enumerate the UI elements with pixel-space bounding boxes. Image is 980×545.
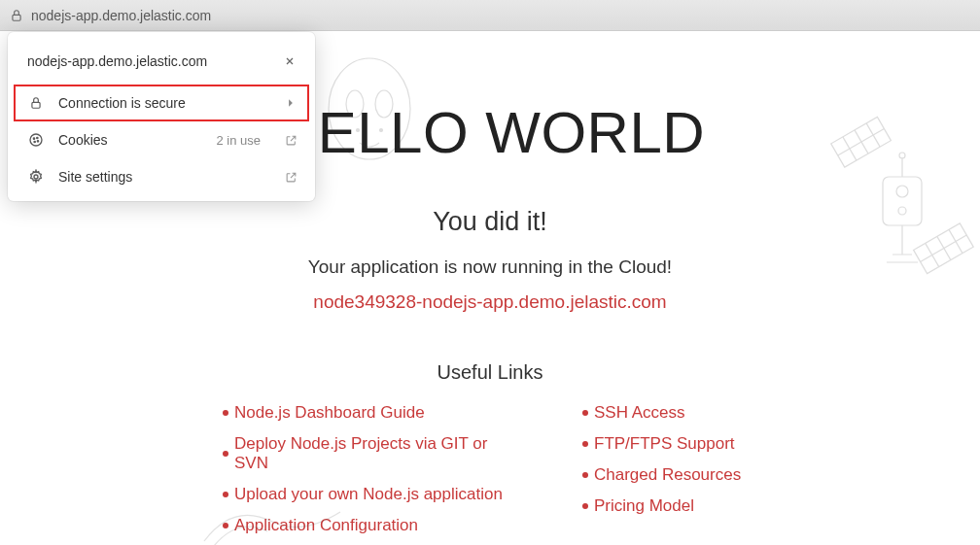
- svg-point-8: [329, 58, 410, 159]
- chevron-right-icon: [282, 94, 299, 112]
- bullet-icon: [223, 451, 228, 457]
- svg-line-18: [843, 137, 857, 160]
- link-charged-resources[interactable]: Charged Resources: [582, 460, 757, 491]
- bullet-icon: [582, 441, 588, 447]
- bullet-icon: [582, 503, 588, 509]
- site-info-dropdown: nodejs-app.demo.jelastic.com Connection …: [8, 32, 315, 201]
- lock-icon: [10, 9, 23, 22]
- bottom-doodle: [194, 493, 350, 545]
- svg-point-6: [37, 141, 38, 142]
- links-col-2: SSH Access FTP/FTPS Support Charged Reso…: [582, 397, 757, 541]
- svg-line-25: [949, 229, 962, 253]
- link-dashboard-guide[interactable]: Node.js Dashboard Guide: [223, 397, 514, 428]
- bullet-icon: [582, 472, 588, 478]
- cookies-item[interactable]: Cookies 2 in use: [8, 121, 315, 158]
- svg-point-12: [380, 129, 383, 132]
- svg-point-15: [898, 207, 906, 215]
- dropdown-domain: nodejs-app.demo.jelastic.com: [27, 53, 207, 69]
- site-settings-label: Site settings: [58, 169, 268, 185]
- close-button[interactable]: [280, 51, 299, 71]
- gear-icon: [27, 168, 45, 186]
- svg-line-20: [866, 123, 880, 147]
- svg-rect-13: [883, 177, 922, 225]
- link-label: SSH Access: [594, 403, 685, 423]
- svg-line-19: [855, 130, 868, 153]
- lock-icon: [27, 94, 45, 112]
- svg-point-3: [33, 138, 34, 139]
- external-link-icon: [282, 168, 299, 186]
- svg-point-7: [34, 175, 38, 179]
- bullet-icon: [223, 410, 228, 416]
- svg-line-24: [937, 236, 951, 259]
- site-settings-item[interactable]: Site settings: [8, 158, 315, 195]
- useful-links-heading: Useful Links: [0, 361, 980, 384]
- connection-secure-item[interactable]: Connection is secure: [14, 85, 309, 121]
- external-link-icon: [282, 131, 299, 149]
- link-ftp-support[interactable]: FTP/FTPS Support: [582, 428, 757, 460]
- browser-address-bar[interactable]: nodejs-app.demo.jelastic.com: [0, 0, 980, 31]
- svg-point-10: [375, 90, 393, 118]
- close-icon: [284, 55, 296, 67]
- cookies-label: Cookies: [58, 132, 202, 148]
- link-label: Pricing Model: [594, 496, 694, 516]
- svg-point-5: [34, 141, 35, 142]
- svg-point-11: [357, 129, 360, 132]
- link-pricing-model[interactable]: Pricing Model: [582, 491, 757, 522]
- address-url: nodejs-app.demo.jelastic.com: [31, 8, 211, 23]
- satellite-doodle: [824, 89, 980, 303]
- cookies-count: 2 in use: [216, 133, 261, 148]
- link-deploy-git-svn[interactable]: Deploy Node.js Projects via GIT or SVN: [223, 428, 514, 479]
- links-columns: Node.js Dashboard Guide Deploy Node.js P…: [0, 397, 980, 541]
- link-label: Node.js Dashboard Guide: [234, 403, 425, 423]
- link-label: Charged Resources: [594, 465, 741, 485]
- link-label: Deploy Node.js Projects via GIT or SVN: [234, 434, 514, 473]
- svg-point-2: [30, 134, 42, 146]
- alien-doodle: [311, 51, 428, 206]
- link-label: FTP/FTPS Support: [594, 434, 735, 454]
- connection-label: Connection is secure: [58, 95, 268, 111]
- svg-point-14: [896, 186, 908, 197]
- svg-line-23: [926, 243, 939, 266]
- svg-point-9: [346, 90, 364, 118]
- svg-rect-1: [32, 102, 40, 108]
- svg-rect-0: [13, 15, 20, 20]
- cookie-icon: [27, 131, 45, 149]
- bullet-icon: [582, 410, 588, 416]
- svg-point-4: [37, 137, 38, 138]
- link-ssh-access[interactable]: SSH Access: [582, 397, 757, 428]
